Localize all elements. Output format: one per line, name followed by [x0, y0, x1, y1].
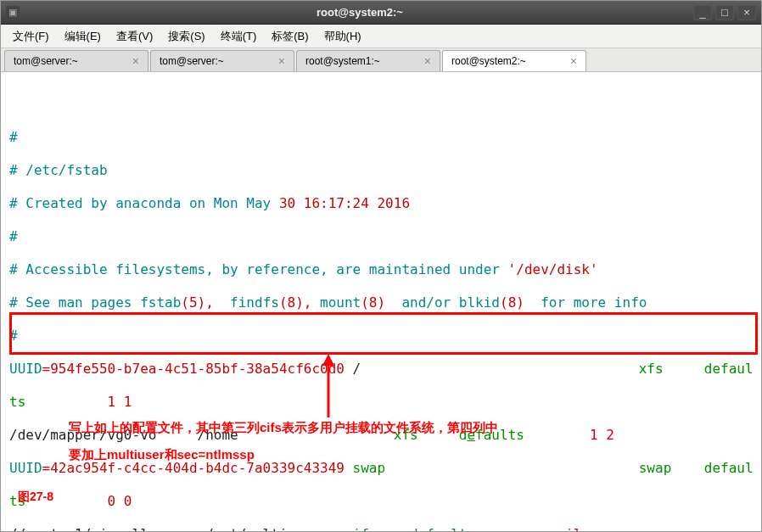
text-line: # /etc/fstab	[9, 162, 753, 179]
terminal-icon: ▣	[6, 6, 20, 20]
menu-bar: 文件(F) 编辑(E) 查看(V) 搜索(S) 终端(T) 标签(B) 帮助(H…	[1, 25, 761, 48]
menu-search[interactable]: 搜索(S)	[161, 25, 211, 48]
tab-2[interactable]: root@system1:~×	[296, 50, 440, 71]
text-line: //system1/miscellaneous /mnt/multi cifs …	[9, 526, 753, 532]
close-icon[interactable]: ×	[570, 54, 577, 68]
text-line: UUID=954fe550-b7ea-4c51-85bf-38a54cf6c0d…	[9, 361, 753, 378]
menu-tabs[interactable]: 标签(B)	[265, 25, 315, 48]
tab-0[interactable]: tom@server:~×	[4, 50, 148, 71]
svg-marker-1	[322, 354, 334, 366]
tab-label: root@system1:~	[305, 55, 380, 67]
arrow-icon	[320, 354, 337, 418]
text-line: # See man pages fstab(5), findfs(8), mou…	[9, 294, 753, 311]
tab-label: tom@server:~	[14, 55, 78, 67]
tab-1[interactable]: tom@server:~×	[150, 50, 294, 71]
text-line: # Accessible filesystems, by reference, …	[9, 261, 753, 278]
menu-file[interactable]: 文件(F)	[6, 25, 56, 48]
close-icon[interactable]: ×	[424, 54, 431, 68]
menu-terminal[interactable]: 终端(T)	[214, 25, 264, 48]
tab-label: tom@server:~	[160, 55, 224, 67]
text-line	[9, 96, 753, 113]
text-line: ts 0 0	[9, 493, 753, 510]
maximize-button[interactable]: □	[715, 5, 734, 20]
text-line: ts 1 1	[9, 394, 753, 411]
figure-label: 图27-8	[18, 490, 53, 504]
close-icon[interactable]: ×	[278, 54, 285, 68]
tab-bar: tom@server:~× tom@server:~× root@system1…	[1, 48, 761, 72]
annotation-line-1: 写上如上的配置文件，其中第三列cifs表示多用户挂载的文件系统，第四列中	[69, 420, 498, 435]
text-line: #	[9, 328, 753, 344]
menu-view[interactable]: 查看(V)	[109, 25, 160, 48]
minimize-button[interactable]: _	[693, 5, 712, 20]
text-line: # Created by anaconda on Mon May 30 16:1…	[9, 195, 753, 212]
tab-label: root@system2:~	[451, 55, 526, 67]
window-title: root@system2:~	[26, 6, 693, 19]
terminal-content[interactable]: # # /etc/fstab # Created by anaconda on …	[1, 72, 761, 532]
annotation-line-2: 要加上multiuser和sec=ntlmssp	[69, 447, 255, 462]
close-window-button[interactable]: ×	[737, 5, 756, 20]
close-icon[interactable]: ×	[132, 54, 139, 68]
window-buttons: _ □ ×	[693, 5, 756, 20]
text-line: #	[9, 129, 753, 146]
window-titlebar: ▣ root@system2:~ _ □ ×	[1, 1, 761, 25]
menu-help[interactable]: 帮助(H)	[317, 25, 368, 48]
tab-3[interactable]: root@system2:~×	[442, 50, 586, 71]
menu-edit[interactable]: 编辑(E)	[58, 25, 108, 48]
text-line: #	[9, 228, 753, 245]
